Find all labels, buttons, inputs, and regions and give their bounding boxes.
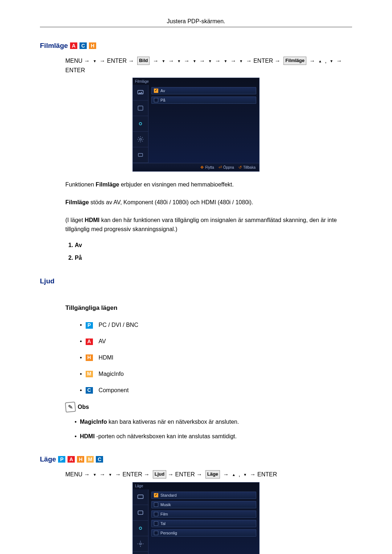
osd-filmlage-wrap: Filmläge Av: [40, 78, 352, 172]
mode-item-magicinfo: • M MagicInfo: [80, 370, 352, 379]
osd-option-film[interactable]: Film: [151, 510, 256, 518]
mode-label: HDMI: [99, 353, 114, 362]
bracket-lage: Läge: [205, 470, 220, 479]
down-arrow-icon: [328, 58, 335, 64]
osd-option-tal[interactable]: Tal: [151, 520, 256, 527]
svg-point-7: [139, 527, 142, 530]
osd-tab-sound-icon[interactable]: [133, 505, 148, 521]
section-filmlage: Filmläge A C H MENU → → ENTER → Bild → →…: [40, 42, 352, 263]
note-bullets: MagicInfo kan bara kativeras när en nätv…: [65, 417, 352, 441]
osd-top-label: Läge: [133, 483, 259, 489]
osd-option-label: Personlig: [160, 531, 177, 535]
osd-option-pa[interactable]: På: [151, 97, 256, 104]
osd-tab-setup-icon[interactable]: [133, 116, 148, 132]
bracket-filmlage: Filmläge: [283, 57, 306, 65]
filmlage-p3: (I läget HDMI kan den här funktionen var…: [65, 216, 352, 234]
filmlage-p2: Filmläge stöds av AV, Komponent (480i / …: [65, 198, 352, 207]
mode-item-av: • A AV: [80, 337, 352, 346]
hdmi-badge: H: [86, 354, 93, 361]
note-item-1: MagicInfo kan bara kativeras när en nätv…: [80, 417, 352, 427]
component-badge: C: [79, 42, 87, 49]
osd-tab-mode-icon[interactable]: [133, 552, 148, 554]
osd-option-standard[interactable]: Standard: [151, 492, 256, 499]
nav-menu-label: MENU: [65, 471, 82, 477]
av-badge: A: [68, 456, 75, 463]
osd-top-label: Filmläge: [133, 78, 259, 85]
osd-option-label: Av: [160, 89, 165, 93]
osd-tab-sound-icon[interactable]: [133, 100, 148, 116]
text-fragment: stöds av AV, Komponent (480i / 1080i) oc…: [89, 199, 253, 205]
list-item-pa: På: [75, 254, 352, 263]
component-badge: C: [86, 387, 93, 394]
mode-item-hdmi: • H HDMI: [80, 353, 352, 362]
osd-tab-settings-icon[interactable]: [133, 536, 148, 552]
osd-filmlage: Filmläge Av: [132, 78, 260, 172]
hdmi-badge: H: [77, 456, 84, 463]
mode-label: AV: [99, 337, 106, 346]
down-arrow-icon: [191, 58, 198, 64]
text-bold: Filmläge: [96, 181, 119, 188]
ljud-subhead: Tillgängliga lägen: [65, 303, 352, 313]
pc-badge: P: [86, 322, 93, 329]
magicinfo-badge: M: [86, 371, 93, 377]
nav-enter-label: ENTER: [175, 471, 195, 477]
osd-tab-picture-icon[interactable]: [133, 489, 148, 505]
osd-footer-open: ⏎Öppna: [219, 165, 234, 170]
checkbox-icon: [154, 521, 158, 526]
svg-rect-4: [138, 153, 143, 156]
osd-tab-picture-icon[interactable]: [133, 85, 148, 100]
header-title: Justera PDP-skärmen.: [40, 18, 352, 27]
svg-point-2: [139, 123, 142, 125]
down-arrow-icon: [107, 471, 114, 477]
text-fragment: kan den här funktionen vara tillgänglig …: [65, 217, 337, 232]
nav-enter-label: ENTER: [65, 67, 85, 73]
text-fragment: Funktionen: [65, 181, 96, 188]
osd-option-personlig[interactable]: Personlig: [151, 529, 256, 537]
text-fragment: kan bara kativeras när en nätverksbox är…: [107, 419, 239, 425]
section-lage: Läge P A H M C MENU → → → ENTER → Ljud→ …: [40, 455, 352, 554]
osd-tab-setup-icon[interactable]: [133, 521, 148, 536]
ljud-title: Ljud: [40, 277, 352, 285]
osd-option-av[interactable]: Av: [151, 87, 256, 94]
osd-footer: ✥Flytta ⏎Öppna ↺Tillbaka: [133, 163, 259, 171]
av-badge: A: [70, 42, 77, 49]
filmlage-title: Filmläge: [40, 42, 68, 50]
note-head: ✎ Obs: [65, 402, 352, 412]
note-icon: ✎: [65, 402, 76, 413]
dpad-icon: ✥: [200, 165, 204, 170]
osd-body: Standard Musik Film Tal Personlig: [133, 489, 259, 554]
osd-body: Av På: [133, 85, 259, 163]
osd-tab-settings-icon[interactable]: [133, 132, 148, 147]
note-label: Obs: [78, 403, 89, 412]
osd-option-label: Film: [160, 512, 168, 516]
pc-badge: P: [58, 456, 65, 463]
filmlage-title-row: Filmläge A C H: [40, 42, 352, 50]
down-arrow-icon: [238, 58, 244, 64]
enter-icon: ⏎: [219, 165, 222, 170]
checkbox-icon: [154, 512, 158, 516]
section-ljud: Ljud Tillgängliga lägen • P PC / DVI / B…: [40, 277, 352, 441]
text-fragment: (I läget: [65, 217, 85, 223]
text-bold: MagicInfo: [80, 419, 107, 425]
down-arrow-icon: [91, 471, 98, 477]
osd-option-musik[interactable]: Musik: [151, 501, 256, 508]
lage-title: Läge: [40, 455, 56, 463]
checkbox-icon: [154, 502, 158, 507]
osd-footer-back-label: Tillbaka: [243, 165, 256, 169]
osd-option-label: Tal: [160, 521, 166, 526]
down-arrow-icon: [207, 58, 213, 64]
down-arrow-icon: [91, 58, 98, 64]
down-arrow-icon: [160, 58, 167, 64]
svg-point-3: [140, 139, 142, 140]
checkbox-icon: [154, 493, 158, 497]
down-arrow-icon: [242, 471, 248, 477]
mode-item-pc: • P PC / DVI / BNC: [80, 321, 352, 330]
nav-menu-label: MENU: [65, 58, 82, 64]
page: Justera PDP-skärmen. Filmläge A C H MENU…: [0, 0, 392, 554]
svg-rect-6: [138, 511, 143, 514]
osd-tab-mode-icon[interactable]: [133, 147, 148, 163]
checkbox-icon: [154, 98, 158, 102]
note-item-2: HDMI -porten och nätverksboxen kan inte …: [80, 432, 352, 441]
hdmi-badge: H: [89, 42, 96, 49]
nav-enter-label: ENTER: [123, 471, 142, 477]
